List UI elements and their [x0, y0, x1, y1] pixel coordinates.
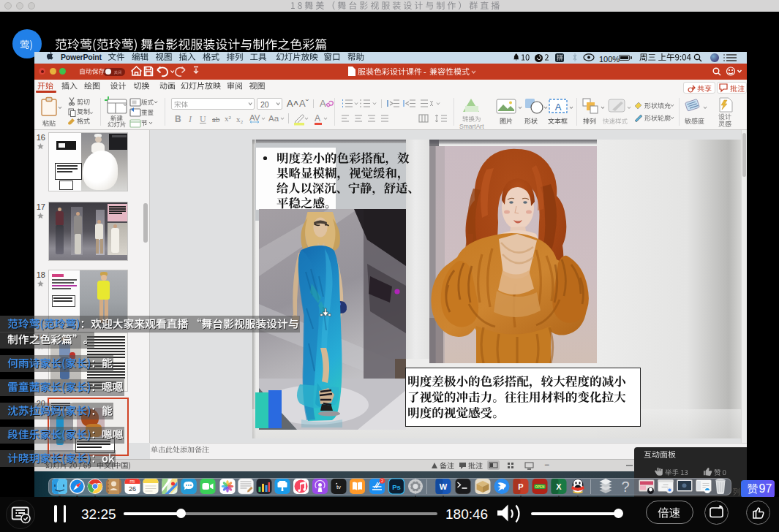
svg-text:2: 2: [381, 479, 383, 483]
svg-text:W: W: [440, 482, 448, 491]
svg-text:FRI: FRI: [129, 480, 135, 484]
svg-text:26: 26: [129, 485, 136, 493]
svg-text:tv: tv: [336, 484, 341, 490]
svg-text:OPEN: OPEN: [535, 485, 545, 489]
svg-text:?: ?: [621, 479, 629, 495]
svg-text:P: P: [518, 482, 523, 491]
svg-text:X: X: [556, 482, 562, 491]
svg-text:Ps: Ps: [392, 483, 401, 491]
